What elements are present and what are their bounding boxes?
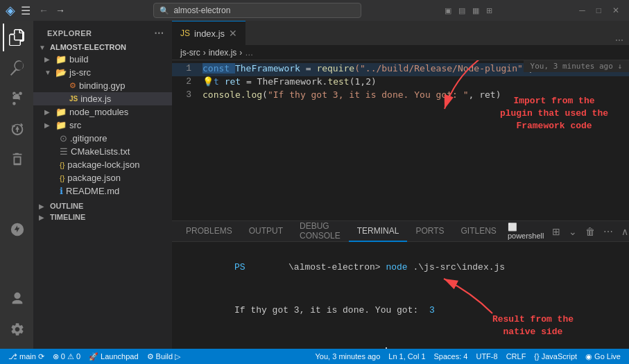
breadcrumb-jssrc[interactable]: js-src: [180, 48, 200, 58]
tab-gitlens[interactable]: GITLENS: [453, 221, 505, 242]
tree-item-binding[interactable]: ⚙ binding.gyp: [33, 79, 172, 92]
line-num-1: 1: [172, 63, 200, 73]
line-content-2[interactable]: 💡t ret = TheFramework.test(1,2): [200, 76, 629, 87]
status-cursor[interactable]: Ln 1, Col 1: [384, 349, 429, 364]
layout-icon-3[interactable]: ▦: [469, 5, 482, 17]
eq-sign: =: [300, 63, 316, 73]
account-icon[interactable]: [3, 285, 31, 313]
sidebar: EXPLORER ⋯ ▼ ALMOST-ELECTRON ▶ 📁 build ▼…: [33, 21, 172, 349]
breadcrumb-ellipsis: …: [245, 48, 253, 58]
debug-icon[interactable]: [3, 115, 31, 143]
main-layout: EXPLORER ⋯ ▼ ALMOST-ELECTRON ▶ 📁 build ▼…: [0, 21, 629, 349]
editor-content[interactable]: You, 3 minutes ago ↓ 1 const TheFramewor…: [172, 60, 629, 220]
status-line-ending[interactable]: CRLF: [502, 349, 531, 364]
tab-ports[interactable]: PORTS: [407, 221, 452, 242]
tree-root[interactable]: ▼ ALMOST-ELECTRON: [33, 42, 172, 53]
clear-terminal-icon[interactable]: 🗑: [583, 225, 598, 239]
src-label: src: [69, 120, 81, 130]
remote-icon[interactable]: [3, 216, 31, 243]
tab-output[interactable]: OUTPUT: [241, 221, 291, 242]
tab-terminal[interactable]: TERMINAL: [349, 221, 408, 242]
tab-problems[interactable]: PROBLEMS: [178, 221, 241, 242]
layout-icon-1[interactable]: ▣: [442, 5, 454, 17]
terminal-content[interactable]: PS \almost-electron> node .\js-src\index…: [172, 242, 629, 349]
breadcrumb: js-src › index.js › …: [172, 45, 629, 60]
file-tree: ▼ ALMOST-ELECTRON ▶ 📁 build ▼ 📂 js-src ⚙…: [33, 42, 172, 349]
tree-item-gitignore[interactable]: ⊙ .gitignore: [33, 132, 172, 145]
launchpad-label: Launchpad: [101, 352, 138, 361]
status-language[interactable]: {} JavaScript: [530, 349, 581, 364]
maximize-panel-icon[interactable]: ∧: [619, 225, 629, 239]
sidebar-header: EXPLORER ⋯: [33, 21, 172, 42]
output-line: If thy got 3, it is done. You got:: [234, 305, 429, 315]
terminal-menu-icon[interactable]: ⌄: [566, 225, 580, 239]
code-annotation-text: Import from the plugin that used the Fra…: [500, 95, 608, 133]
panel-tabs: PROBLEMS OUTPUT DEBUG CONSOLE TERMINAL P…: [172, 221, 629, 242]
git-message: You, 3 minutes ago: [316, 352, 381, 361]
tree-item-pkg[interactable]: {} package.json: [33, 171, 172, 184]
editor-tab-indexjs[interactable]: JS index.js ✕: [172, 21, 245, 45]
gitignore-icon: ⊙: [60, 133, 67, 144]
close-button[interactable]: ✕: [608, 4, 623, 17]
tree-item-indexjs[interactable]: JS index.js: [33, 92, 172, 105]
jssrc-arrow: ▼: [44, 69, 55, 76]
binding-label: binding.gyp: [79, 80, 126, 91]
terminal-annotation-container: Result from the native side: [492, 313, 574, 338]
tree-item-readme[interactable]: ℹ README.md: [33, 184, 172, 198]
layout-icon-4[interactable]: ⊞: [483, 5, 495, 17]
explorer-icon[interactable]: [3, 24, 31, 51]
status-go-live[interactable]: ◉ Go Live: [581, 349, 625, 364]
gitignore-label: .gitignore: [70, 133, 107, 144]
tree-timeline[interactable]: ▶ TIMELINE: [33, 211, 172, 223]
nm-label: node_modules: [69, 107, 128, 117]
tab-close-button[interactable]: ✕: [229, 28, 237, 39]
tree-item-src[interactable]: ▶ 📁 src: [33, 119, 172, 132]
eq-2: = TheFramework.: [241, 76, 327, 87]
menu-icon[interactable]: ☰: [21, 4, 31, 17]
back-button[interactable]: ←: [36, 3, 51, 17]
maximize-button[interactable]: □: [592, 4, 605, 17]
tree-outline[interactable]: ▶ OUTLINE: [33, 200, 172, 211]
activity-bar-bottom: [3, 285, 31, 349]
pkg-icon: {}: [60, 174, 64, 182]
pkg-label: package.json: [67, 173, 121, 183]
terminal-ann-line2: native side: [492, 326, 574, 338]
tree-item-pkglock[interactable]: {} package-lock.json: [33, 158, 172, 171]
tab-debug-console[interactable]: DEBUG CONSOLE: [291, 221, 349, 242]
split-terminal-icon[interactable]: ⊞: [549, 225, 563, 239]
settings-icon[interactable]: [3, 315, 31, 343]
tree-item-cmake[interactable]: ☰ CMakeLists.txt: [33, 145, 172, 158]
status-branch[interactable]: ⎇ main ⟳: [4, 349, 49, 364]
terminal-more-icon[interactable]: ⋯: [601, 225, 616, 239]
window-controls: ─ □ ✕: [575, 4, 623, 17]
folder-icon: 📁: [55, 107, 67, 117]
split-editor-icon[interactable]: ⋯: [615, 35, 623, 45]
status-launchpad[interactable]: 🚀 Launchpad: [85, 349, 142, 364]
annotation-arrow-svg: [431, 60, 514, 123]
minimize-button[interactable]: ─: [575, 4, 589, 17]
tree-item-build[interactable]: ▶ 📁 build: [33, 53, 172, 66]
extensions-icon[interactable]: [3, 146, 31, 173]
status-errors[interactable]: ⊗ 0 ⚠ 0: [49, 349, 85, 364]
status-build[interactable]: ⚙ Build ▷: [143, 349, 184, 364]
tree-item-jssrc[interactable]: ▼ 📂 js-src: [33, 66, 172, 79]
branch-label: main: [19, 352, 36, 361]
tree-item-nodemodules[interactable]: ▶ 📁 node_modules: [33, 105, 172, 119]
sidebar-menu-icon[interactable]: ⋯: [154, 28, 164, 39]
forward-button[interactable]: →: [53, 3, 68, 17]
layout-icon-2[interactable]: ▤: [456, 5, 468, 17]
nm-arrow: ▶: [44, 108, 55, 116]
binding-icon: ⚙: [69, 81, 76, 90]
status-encoding[interactable]: UTF-8: [472, 349, 501, 364]
search-bar[interactable]: 🔍 almost-electron: [153, 3, 361, 18]
annotation-line3: Framework code: [500, 120, 608, 132]
status-spaces[interactable]: Spaces: 4: [430, 349, 472, 364]
search-activity-icon[interactable]: [3, 54, 31, 82]
code-annotation-container: Import from the plugin that used the Fra…: [500, 95, 608, 133]
readme-icon: ℹ: [60, 186, 63, 196]
terminal-panel: PROBLEMS OUTPUT DEBUG CONSOLE TERMINAL P…: [172, 220, 629, 349]
layout-icons: ▣ ▤ ▦ ⊞: [442, 5, 495, 17]
source-control-icon[interactable]: [3, 85, 31, 112]
status-git-message[interactable]: You, 3 minutes ago: [311, 349, 385, 364]
breadcrumb-indexjs[interactable]: index.js: [209, 48, 237, 58]
